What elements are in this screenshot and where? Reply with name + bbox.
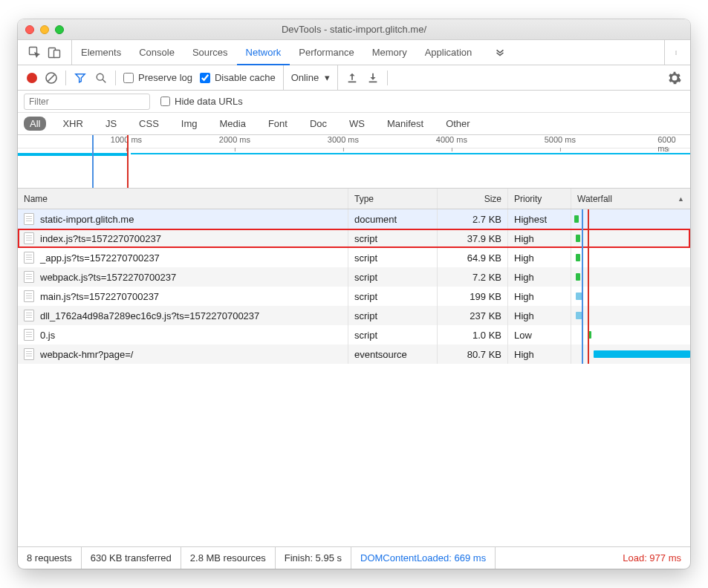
- timeline-overview[interactable]: 1000 ms2000 ms3000 ms4000 ms5000 ms6000 …: [18, 135, 690, 189]
- file-icon: [24, 213, 34, 225]
- table-row[interactable]: webpack-hmr?page=/eventsource80.7 KBHigh: [18, 344, 690, 364]
- type-filter-row: AllXHRJSCSSImgMediaFontDocWSManifestOthe…: [18, 113, 690, 135]
- tab-application[interactable]: Application: [416, 40, 481, 65]
- tab-memory[interactable]: Memory: [363, 40, 416, 65]
- cell-type: eventsource: [348, 344, 438, 364]
- panel-tabs: ElementsConsoleSourcesNetworkPerformance…: [18, 40, 690, 65]
- hide-data-urls-label: Hide data URLs: [175, 96, 243, 107]
- type-filter-ws[interactable]: WS: [343, 117, 371, 131]
- col-size[interactable]: Size: [438, 189, 508, 209]
- table-row[interactable]: index.js?ts=1572270700237script37.9 KBHi…: [18, 229, 690, 248]
- cell-priority: High: [508, 287, 571, 306]
- type-filter-js[interactable]: JS: [100, 117, 123, 131]
- hide-data-urls-checkbox[interactable]: Hide data URLs: [160, 96, 243, 107]
- cell-type: script: [348, 248, 438, 267]
- cell-name: dll_1762a4d98a7289ec16c9.js?ts=157227070…: [18, 306, 348, 325]
- table-row[interactable]: dll_1762a4d98a7289ec16c9.js?ts=157227070…: [18, 306, 690, 325]
- cell-waterfall: [571, 325, 690, 344]
- cell-name: 0.js: [18, 325, 348, 344]
- preserve-log-checkbox[interactable]: Preserve log: [123, 72, 192, 83]
- tab-elements[interactable]: Elements: [72, 40, 130, 65]
- type-filter-doc[interactable]: Doc: [304, 117, 333, 131]
- table-header: Name Type Size Priority Waterfall ▲: [18, 189, 690, 209]
- cell-type: script: [348, 306, 438, 325]
- cell-name: static-import.glitch.me: [18, 209, 348, 229]
- tab-console[interactable]: Console: [130, 40, 184, 65]
- col-waterfall[interactable]: Waterfall ▲: [571, 189, 690, 209]
- table-row[interactable]: _app.js?ts=1572270700237script64.9 KBHig…: [18, 248, 690, 267]
- svg-rect-9: [369, 81, 377, 82]
- settings-icon[interactable]: [668, 71, 681, 85]
- kebab-menu-button[interactable]: [664, 40, 690, 65]
- table-row[interactable]: webpack.js?ts=1572270700237script7.2 KBH…: [18, 267, 690, 287]
- close-window-button[interactable]: [25, 25, 34, 34]
- cell-size: 37.9 KB: [438, 229, 508, 248]
- table-row[interactable]: main.js?ts=1572270700237script199 KBHigh: [18, 287, 690, 306]
- cell-type: script: [348, 229, 438, 248]
- status-bar: 8 requests 630 KB transferred 2.8 MB res…: [18, 546, 690, 569]
- type-filter-font[interactable]: Font: [262, 117, 293, 131]
- more-tabs-button[interactable]: [487, 47, 513, 59]
- cell-priority: High: [508, 306, 571, 325]
- devtools-window: DevTools - static-import.glitch.me/ Elem…: [18, 19, 690, 569]
- cell-size: 2.7 KB: [438, 209, 508, 229]
- request-name: 0.js: [40, 330, 55, 341]
- type-filter-css[interactable]: CSS: [133, 117, 165, 131]
- minimize-window-button[interactable]: [40, 25, 49, 34]
- cell-waterfall: [571, 248, 690, 267]
- inspect-element-icon[interactable]: [28, 46, 42, 59]
- cell-size: 80.7 KB: [438, 344, 508, 364]
- cell-size: 1.0 KB: [438, 325, 508, 344]
- col-waterfall-label: Waterfall: [577, 194, 612, 204]
- filter-icon[interactable]: [74, 71, 87, 85]
- titlebar: DevTools - static-import.glitch.me/: [18, 19, 690, 40]
- cell-name: webpack.js?ts=1572270700237: [18, 267, 348, 287]
- file-icon: [24, 271, 34, 283]
- file-icon: [24, 348, 34, 360]
- record-button[interactable]: [27, 73, 37, 83]
- request-name: main.js?ts=1572270700237: [40, 291, 159, 302]
- disable-cache-label: Disable cache: [215, 72, 276, 83]
- type-filter-other[interactable]: Other: [440, 117, 476, 131]
- svg-point-3: [675, 50, 676, 51]
- cell-type: script: [348, 267, 438, 287]
- filter-bar: Hide data URLs: [18, 91, 690, 113]
- filter-input[interactable]: [24, 94, 150, 110]
- chevron-down-icon: ▾: [325, 72, 330, 83]
- timeline-tick: 2000 ms: [219, 135, 250, 144]
- cell-waterfall: [571, 267, 690, 287]
- cell-type: script: [348, 287, 438, 306]
- request-name: webpack.js?ts=1572270700237: [40, 272, 176, 283]
- cell-priority: High: [508, 248, 571, 267]
- col-priority[interactable]: Priority: [508, 189, 571, 209]
- upload-har-icon[interactable]: [345, 71, 359, 85]
- cell-priority: High: [508, 229, 571, 248]
- col-type[interactable]: Type: [348, 189, 438, 209]
- table-row[interactable]: static-import.glitch.medocument2.7 KBHig…: [18, 209, 690, 229]
- cell-waterfall: [571, 209, 690, 229]
- zoom-window-button[interactable]: [55, 25, 64, 34]
- col-name[interactable]: Name: [18, 189, 348, 209]
- type-filter-media[interactable]: Media: [213, 117, 251, 131]
- cell-priority: Highest: [508, 209, 571, 229]
- type-filter-img[interactable]: Img: [175, 117, 204, 131]
- timeline-tick: 4000 ms: [436, 135, 467, 144]
- type-filter-manifest[interactable]: Manifest: [381, 117, 429, 131]
- throttling-select[interactable]: Online ▾: [283, 65, 339, 90]
- table-row[interactable]: 0.jsscript1.0 KBLow: [18, 325, 690, 344]
- download-har-icon[interactable]: [366, 71, 380, 85]
- file-icon: [24, 232, 34, 244]
- device-toggle-icon[interactable]: [48, 46, 61, 59]
- tab-network[interactable]: Network: [237, 40, 290, 65]
- clear-button[interactable]: [45, 71, 58, 85]
- tab-performance[interactable]: Performance: [290, 40, 363, 65]
- sb-load: Load: 977 ms: [614, 547, 690, 569]
- type-filter-all[interactable]: All: [24, 117, 46, 131]
- disable-cache-checkbox[interactable]: Disable cache: [200, 72, 276, 83]
- type-filter-xhr[interactable]: XHR: [56, 117, 88, 131]
- throttling-value: Online: [291, 72, 319, 83]
- search-icon[interactable]: [94, 71, 108, 85]
- request-name: index.js?ts=1572270700237: [40, 233, 161, 244]
- svg-point-4: [675, 52, 676, 53]
- tab-sources[interactable]: Sources: [184, 40, 237, 65]
